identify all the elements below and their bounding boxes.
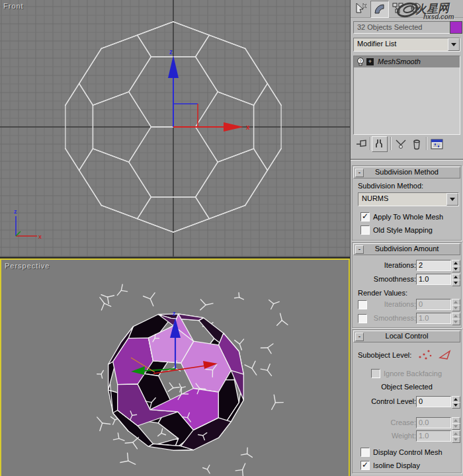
render-iterations-spinner[interactable] (452, 299, 459, 310)
subdivision-amount-rollout: - Subdivision Amount Iterations: 2 Smoot… (352, 242, 462, 328)
tab-modify[interactable] (370, 1, 389, 18)
subdivision-amount-rollout-title[interactable]: - Subdivision Amount (353, 243, 460, 255)
show-end-result-icon (372, 137, 386, 150)
render-smoothness-spinner[interactable] (452, 313, 459, 324)
apply-whole-mesh-row: ✓ Apply To Whole Mesh (353, 211, 461, 223)
control-level-label: Control Level: (371, 397, 416, 405)
remove-modifier-icon[interactable] (410, 138, 423, 151)
perspective-viewport-label[interactable]: Perspective (5, 262, 50, 270)
iterations-spinner[interactable] (452, 260, 459, 271)
subdivision-method-drop-button[interactable] (446, 193, 458, 206)
display-control-mesh-checkbox[interactable] (360, 448, 370, 457)
render-iterations-checkbox[interactable] (358, 300, 367, 309)
old-style-mapping-row: Old Style Mapping (353, 224, 461, 236)
local-control-rollout: - Local Control Subobject Level: Ignore … (352, 329, 462, 473)
display-control-mesh-label: Display Control Mesh (373, 448, 442, 456)
tab-create[interactable] (352, 1, 369, 17)
collapse-button[interactable]: - (355, 169, 364, 177)
rollout-title-text: Local Control (386, 332, 429, 340)
toolbar-separator (370, 137, 371, 150)
subdivision-method-value: NURMS (362, 194, 388, 202)
3dsmax-window: zxzx Front z Perspective (0, 0, 463, 476)
svg-text:z: z (169, 48, 173, 56)
isoline-display-row: ✓ Isoline Display (353, 459, 461, 471)
weight-label: Weight: (392, 432, 416, 440)
svg-text:x: x (38, 233, 42, 240)
apply-whole-mesh-label: Apply To Whole Mesh (373, 213, 443, 221)
render-smoothness-field[interactable]: 1.0 (416, 313, 451, 324)
control-level-spinner[interactable] (452, 396, 459, 407)
svg-text:?: ? (359, 59, 362, 63)
modifier-stack[interactable]: ? + MeshSmooth (353, 56, 460, 135)
render-smoothness-row: Smoothness: 1.0 (353, 313, 461, 325)
panel-divider (351, 159, 463, 161)
weight-field: 1.0 (416, 430, 451, 442)
old-style-mapping-checkbox[interactable] (360, 225, 370, 235)
weight-spinner (452, 430, 459, 442)
weight-row: Weight: 1.0 (353, 430, 461, 442)
render-iterations-field[interactable]: 0 (416, 299, 451, 310)
modifier-stack-item[interactable]: MeshSmooth (378, 58, 421, 65)
old-style-mapping-label: Old Style Mapping (373, 226, 433, 234)
subobject-level-row: Subobject Level: (353, 348, 461, 360)
apply-whole-mesh-checkbox[interactable]: ✓ (360, 212, 370, 221)
crease-row: Crease: 0.0 (353, 417, 461, 429)
local-control-rollout-title[interactable]: - Local Control (353, 331, 460, 342)
crease-spinner (452, 417, 459, 428)
iterations-label: Iterations: (384, 261, 416, 269)
control-level-row: Control Level: 0 (353, 396, 461, 408)
chevron-down-icon (450, 198, 455, 201)
isoline-display-label: Isoline Display (373, 461, 420, 469)
show-end-result-button[interactable] (372, 136, 388, 152)
rollout-title-text: Subdivision Method (375, 168, 439, 176)
collapse-button[interactable]: - (355, 245, 364, 254)
create-icon (354, 1, 367, 15)
smoothness-row: Smoothness: 1.0 (353, 274, 461, 286)
subdivision-method-label: Subdivision Method: (358, 182, 423, 190)
render-iterations-label: Iterations: (384, 300, 416, 308)
front-viewport-canvas[interactable]: zxzx (0, 0, 350, 257)
perspective-viewport[interactable]: z Perspective (0, 258, 350, 476)
modify-icon (373, 2, 386, 15)
render-values-label: Render Values: (358, 289, 407, 297)
modifier-list-drop-button[interactable] (448, 38, 460, 51)
subdivision-method-dropdown[interactable]: NURMS (358, 192, 459, 206)
smoothness-label: Smoothness: (374, 275, 416, 283)
svg-text:z: z (14, 208, 17, 215)
toolbar-separator (390, 137, 392, 150)
subobject-level-label: Subobject Level: (358, 351, 411, 359)
smoothness-field[interactable]: 1.0 (416, 274, 451, 285)
chevron-down-icon (451, 43, 456, 46)
make-unique-icon[interactable] (394, 138, 407, 151)
subdivision-method-rollout-title[interactable]: - Subdivision Method (353, 167, 460, 178)
vertex-subobject-icon[interactable] (417, 348, 434, 362)
lightbulb-icon[interactable]: ? (355, 57, 366, 67)
isoline-display-checkbox[interactable]: ✓ (360, 461, 370, 470)
smoothness-spinner[interactable] (452, 274, 459, 285)
perspective-viewport-canvas[interactable]: z (1, 260, 349, 476)
subdivision-method-rollout: - Subdivision Method Subdivision Method:… (352, 165, 462, 241)
hxsd-watermark: 火星网 hxsd.com (394, 0, 463, 24)
render-smoothness-label: Smoothness: (374, 314, 416, 322)
render-smoothness-checkbox[interactable] (358, 314, 367, 323)
ignore-backfacing-checkbox (371, 369, 380, 378)
render-iterations-row: Iterations: 0 (353, 299, 461, 311)
ignore-backfacing-label: Ignore Backfacing (384, 370, 442, 377)
modifier-stack-row[interactable]: ? + MeshSmooth (354, 56, 460, 67)
iterations-field[interactable]: 2 (416, 260, 451, 271)
front-viewport[interactable]: zxzx Front (0, 0, 350, 257)
face-subobject-icon[interactable] (437, 348, 453, 362)
collapse-button[interactable]: - (355, 333, 364, 341)
modifier-stack-toolbar (351, 136, 463, 152)
configure-modifier-sets-icon[interactable] (430, 138, 444, 151)
crease-field: 0.0 (416, 417, 451, 428)
pin-stack-icon[interactable] (355, 138, 368, 151)
control-level-field[interactable]: 0 (416, 396, 451, 407)
rollout-title-text: Subdivision Amount (375, 245, 439, 253)
ignore-backfacing-row: Ignore Backfacing (353, 368, 461, 379)
watermark-en-text: hxsd.com (423, 13, 454, 20)
toolbar-separator (426, 137, 427, 150)
expand-plus-icon[interactable]: + (366, 58, 374, 65)
front-viewport-label[interactable]: Front (3, 2, 24, 10)
modifier-list-dropdown[interactable]: Modifier List (353, 38, 460, 52)
